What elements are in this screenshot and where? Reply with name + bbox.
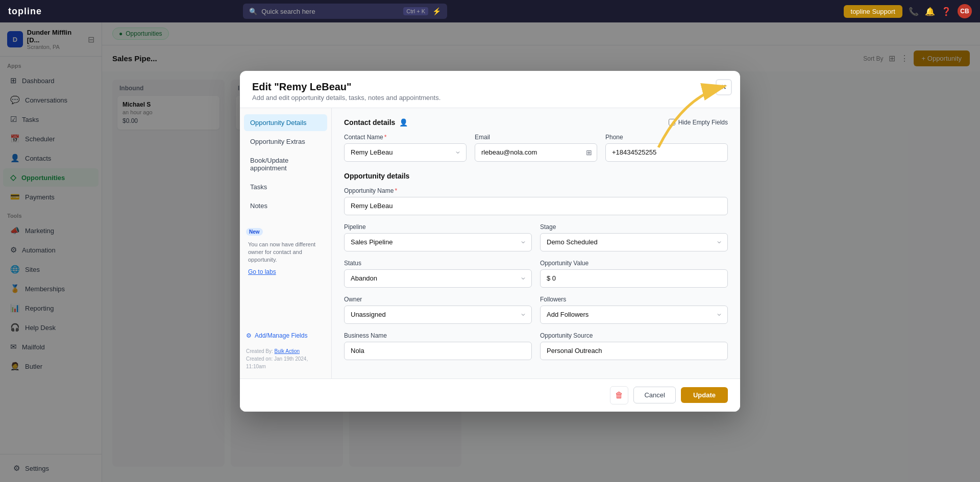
opportunity-source-label: Opportunity Source	[540, 332, 728, 339]
pipeline-stage-row: Pipeline Sales Pipeline Stage Demo Sched…	[344, 223, 728, 251]
opportunity-source-group: Opportunity Source	[540, 332, 728, 360]
new-feature-card: New You can now have different owner for…	[244, 226, 327, 277]
pipeline-group: Pipeline Sales Pipeline	[344, 223, 532, 251]
followers-label: Followers	[540, 296, 728, 303]
email-input[interactable]	[475, 143, 597, 162]
gear-icon: ⚙	[246, 332, 252, 339]
opp-name-row: Opportunity Name*	[344, 187, 728, 215]
delete-button[interactable]: 🗑	[610, 386, 628, 404]
contact-icon: 👤	[399, 118, 408, 126]
stage-label: Stage	[540, 223, 728, 231]
modal-overlay[interactable]: Edit "Remy LeBeau" Add and edit opportun…	[0, 0, 980, 482]
support-button[interactable]: topline Support	[844, 5, 902, 18]
opportunity-details-section: Opportunity details Opportunity Name*	[344, 172, 728, 360]
modal-title: Edit "Remy LeBeau"	[252, 81, 728, 93]
value-input-wrapper	[540, 269, 728, 288]
pipeline-label: Pipeline	[344, 223, 532, 231]
contact-name-group: Contact Name* Remy LeBeau	[344, 134, 467, 162]
search-icon: 🔍	[249, 8, 257, 15]
stage-select[interactable]: Demo Scheduled	[540, 233, 728, 251]
update-button[interactable]: Update	[681, 387, 728, 403]
edit-opportunity-modal: Edit "Remy LeBeau" Add and edit opportun…	[240, 71, 740, 412]
required-mark: *	[384, 134, 387, 141]
email-label: Email	[475, 134, 597, 141]
trash-icon: 🗑	[615, 391, 623, 400]
contact-details-section: Contact details 👤 Hide Empty Fields Cont…	[344, 118, 728, 162]
topbar-right: topline Support 📞 🔔 ❓ CB	[844, 4, 972, 18]
hide-empty-label: Hide Empty Fields	[678, 119, 728, 126]
search-shortcut: Ctrl + K	[403, 7, 428, 15]
modal-sidebar: Opportunity Details Opportunity Extras B…	[240, 108, 332, 378]
add-fields-label: Add/Manage Fields	[255, 332, 307, 339]
topbar: topline 🔍 Quick search here Ctrl + K ⚡ t…	[0, 0, 980, 22]
business-name-input[interactable]	[344, 342, 532, 360]
opportunity-name-label: Opportunity Name*	[344, 187, 728, 194]
new-badge: New	[246, 228, 263, 236]
contact-name-select[interactable]: Remy LeBeau	[344, 143, 467, 162]
modal-header: Edit "Remy LeBeau" Add and edit opportun…	[240, 71, 740, 108]
modal-main-content: Contact details 👤 Hide Empty Fields Cont…	[332, 108, 740, 378]
status-select[interactable]: Abandon	[344, 269, 532, 288]
go-to-labs-link[interactable]: Go to labs	[246, 266, 325, 277]
opportunity-value-input[interactable]	[540, 269, 728, 288]
phone-icon[interactable]: 📞	[909, 7, 919, 16]
cancel-button[interactable]: Cancel	[633, 387, 675, 403]
search-placeholder: Quick search here	[261, 8, 315, 15]
owner-followers-row: Owner Unassigned Followers Add Followers	[344, 296, 728, 324]
phone-input[interactable]	[605, 143, 728, 162]
modal-tab-tasks[interactable]: Tasks	[244, 179, 327, 195]
owner-select[interactable]: Unassigned	[344, 306, 532, 324]
owner-label: Owner	[344, 296, 532, 303]
modal-body: Opportunity Details Opportunity Extras B…	[240, 108, 740, 378]
add-manage-fields-button[interactable]: ⚙ Add/Manage Fields	[244, 328, 327, 343]
business-name-group: Business Name	[344, 332, 532, 360]
pipeline-select[interactable]: Sales Pipeline	[344, 233, 532, 251]
bell-icon[interactable]: 🔔	[925, 7, 935, 16]
help-icon[interactable]: ❓	[941, 7, 951, 16]
stage-group: Stage Demo Scheduled	[540, 223, 728, 251]
email-icon: ⊞	[586, 148, 592, 157]
modal-container: Edit "Remy LeBeau" Add and edit opportun…	[240, 71, 740, 412]
opportunity-value-group: Opportunity Value	[540, 260, 728, 288]
opportunity-name-input[interactable]	[344, 197, 728, 215]
status-label: Status	[344, 260, 532, 267]
opportunity-name-group: Opportunity Name*	[344, 187, 728, 215]
tip-text: You can now have different owner for con…	[246, 239, 325, 266]
modal-subtitle: Add and edit opportunity details, tasks,…	[252, 94, 728, 102]
created-by-label: Created By:	[246, 348, 273, 354]
opportunity-source-input[interactable]	[540, 342, 728, 360]
modal-tab-opportunity-details[interactable]: Opportunity Details	[244, 114, 327, 131]
hide-empty-fields[interactable]: Hide Empty Fields	[669, 119, 728, 126]
followers-select[interactable]: Add Followers	[540, 306, 728, 324]
business-source-row: Business Name Opportunity Source	[344, 332, 728, 360]
modal-close-button[interactable]: ×	[716, 79, 732, 95]
phone-label: Phone	[605, 134, 728, 141]
modal-tab-opportunity-extras[interactable]: Opportunity Extras	[244, 133, 327, 150]
lightning-icon: ⚡	[432, 7, 441, 15]
owner-group: Owner Unassigned	[344, 296, 532, 324]
contact-name-label: Contact Name*	[344, 134, 467, 141]
opportunity-details-title: Opportunity details	[344, 172, 728, 180]
modal-footer: 🗑 Cancel Update	[240, 378, 740, 412]
status-group: Status Abandon	[344, 260, 532, 288]
modal-tab-notes[interactable]: Notes	[244, 197, 327, 214]
hide-empty-checkbox[interactable]	[669, 119, 675, 125]
business-name-label: Business Name	[344, 332, 532, 339]
email-group: Email ⊞	[475, 134, 597, 162]
opportunity-value-label: Opportunity Value	[540, 260, 728, 267]
followers-group: Followers Add Followers	[540, 296, 728, 324]
contact-details-title: Contact details 👤 Hide Empty Fields	[344, 118, 728, 126]
avatar[interactable]: CB	[958, 4, 972, 18]
phone-group: Phone	[605, 134, 728, 162]
status-value-row: Status Abandon Opportunity Value	[344, 260, 728, 288]
created-on-label: Created on:	[246, 356, 273, 362]
created-by-value[interactable]: Bulk Action	[275, 348, 300, 354]
app-logo: topline	[8, 6, 42, 17]
created-info: Created By: Bulk Action Created on: Jan …	[244, 345, 327, 372]
email-input-wrapper: ⊞	[475, 143, 597, 162]
modal-tab-book-update[interactable]: Book/Update appointment	[244, 152, 327, 176]
contact-row-1: Contact Name* Remy LeBeau Email	[344, 134, 728, 162]
search-bar[interactable]: 🔍 Quick search here Ctrl + K ⚡	[243, 4, 447, 19]
